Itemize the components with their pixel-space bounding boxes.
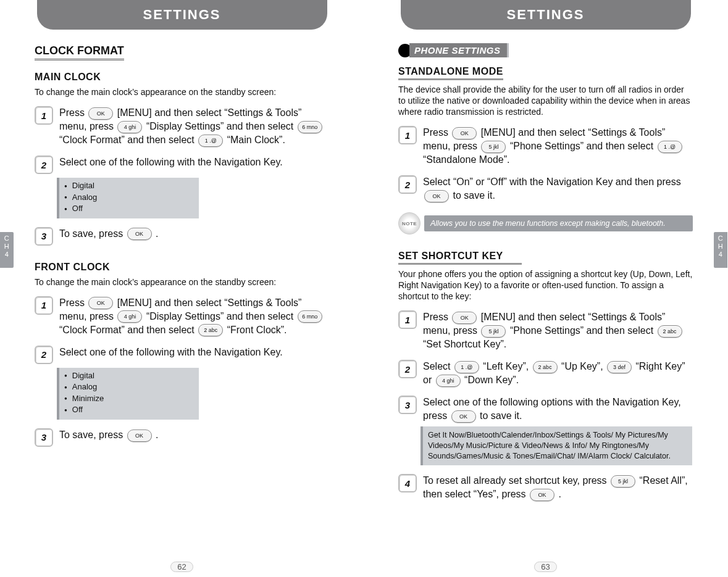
step-number-icon: 3	[35, 227, 53, 246]
clock-format-title: CLOCK FORMAT	[35, 44, 329, 60]
standalone-step-1: 1 Press OK [MENU] and then select “Setti…	[398, 126, 693, 167]
key-2-icon: 2 abc	[198, 324, 223, 336]
standalone-step-2: 2 Select “On” or “Off” with the Navigati…	[398, 175, 693, 202]
step-text: Select “On” or “Off” with the Navigation…	[423, 175, 693, 202]
shortcut-step-4: 4 To reset all already set shortcut key,…	[398, 474, 693, 501]
step-text: Press OK [MENU] and then select “Setting…	[59, 296, 329, 337]
front-clock-title: FRONT CLOCK	[35, 262, 329, 273]
main-step-1: 1 Press OK [MENU] and then select “Setti…	[35, 106, 329, 147]
key-4-icon: 4 ghi	[117, 310, 142, 323]
front-clock-desc: To change the main clock’s appearance on…	[35, 276, 329, 288]
ok-key-icon: OK	[127, 430, 152, 442]
option-item: Digital	[64, 370, 194, 382]
main-step-2: 2 Select one of the following with the N…	[35, 156, 329, 174]
phone-settings-heading: PHONE SETTINGS	[398, 43, 693, 57]
header-tab-right: SETTINGS	[401, 0, 691, 30]
key-6-icon: 6 mno	[298, 121, 322, 133]
front-options: Digital Analog Minimize Off	[57, 368, 199, 420]
option-item: Off	[64, 203, 194, 215]
key-1-icon: 1 .@	[658, 141, 682, 153]
step-text: To save, press OK .	[59, 227, 329, 241]
step-text: Press OK [MENU] and then select “Setting…	[59, 106, 329, 147]
step-text: To save, press OK .	[59, 428, 329, 442]
front-step-3: 3 To save, press OK .	[35, 428, 329, 447]
shortcut-title: SET SHORTCUT KEY	[398, 251, 693, 262]
rule-icon	[398, 78, 503, 80]
chapter-tab: CH4	[0, 232, 14, 268]
step-number-icon: 3	[398, 396, 417, 414]
shortcut-options: Get It Now/Bluetooth/Calender/Inbox/Sett…	[420, 426, 692, 465]
key-2-icon: 2 abc	[658, 325, 682, 338]
step-number-icon: 2	[35, 346, 53, 364]
step-number-icon: 2	[35, 156, 53, 174]
note-bar: NOTE Allows you to use the menu function…	[398, 212, 693, 235]
key-1-icon: 1 .@	[198, 135, 223, 147]
step-number-icon: 4	[398, 474, 417, 492]
ok-key-icon: OK	[452, 127, 477, 139]
shortcut-step-1: 1 Press OK [MENU] and then select “Setti…	[398, 310, 693, 351]
key-3-icon: 3 def	[607, 361, 632, 373]
key-5-icon: 5 jkl	[481, 325, 506, 338]
ok-key-icon: OK	[530, 489, 554, 501]
page-number: 63	[364, 562, 727, 572]
main-clock-title: MAIN CLOCK	[35, 72, 329, 83]
note-text: Allows you to use the menu functions exc…	[424, 215, 693, 231]
step-number-icon: 1	[35, 106, 53, 125]
step-number-icon: 3	[35, 428, 53, 447]
main-options: Digital Analog Off	[57, 178, 199, 218]
step-number-icon: 1	[398, 310, 417, 329]
main-clock-desc: To change the main clock’s appearance on…	[35, 86, 329, 98]
step-number-icon: 1	[398, 126, 417, 144]
step-text: Select one of the following with the Nav…	[59, 346, 329, 359]
option-item: Minimize	[64, 393, 194, 405]
option-item: Off	[64, 404, 194, 416]
ok-key-icon: OK	[424, 190, 449, 202]
step-text: Press OK [MENU] and then select “Setting…	[423, 310, 693, 351]
page-left: CH4 SETTINGS CLOCK FORMAT MAIN CLOCK To …	[0, 0, 364, 577]
ok-key-icon: OK	[88, 107, 113, 120]
key-5-icon: 5 jkl	[611, 475, 635, 488]
step-number-icon: 1	[35, 296, 53, 315]
step-number-icon: 2	[398, 175, 417, 194]
header-tab-left: SETTINGS	[37, 0, 327, 30]
key-5-icon: 5 jkl	[481, 141, 506, 153]
shortcut-step-3: 3 Select one of the following options wi…	[398, 396, 693, 423]
key-4-icon: 4 ghi	[436, 375, 461, 387]
shortcut-step-2: 2 Select 1 .@ “Left Key”, 2 abc “Up Key”…	[398, 360, 693, 387]
phone-settings-label: PHONE SETTINGS	[409, 43, 509, 57]
front-step-2: 2 Select one of the following with the N…	[35, 346, 329, 364]
key-1-icon: 1 .@	[454, 361, 479, 373]
step-number-icon: 2	[398, 360, 417, 378]
ok-key-icon: OK	[88, 297, 113, 309]
main-step-3: 3 To save, press OK .	[35, 227, 329, 246]
option-item: Analog	[64, 192, 194, 204]
step-text: Select one of the following with the Nav…	[59, 156, 329, 169]
option-item: Digital	[64, 180, 194, 192]
key-2-icon: 2 abc	[533, 361, 558, 373]
note-icon: NOTE	[398, 212, 420, 235]
step-text: To reset all already set shortcut key, p…	[423, 474, 693, 501]
ok-key-icon: OK	[127, 228, 152, 240]
key-4-icon: 4 ghi	[117, 121, 142, 133]
step-text: Select one of the following options with…	[423, 396, 693, 423]
ok-key-icon: OK	[451, 410, 476, 423]
front-step-1: 1 Press OK [MENU] and then select “Setti…	[35, 296, 329, 337]
standalone-desc: The device shall provide the ability for…	[398, 84, 693, 117]
shortcut-desc: Your phone offers you the option of assi…	[398, 268, 693, 302]
step-text: Press OK [MENU] and then select “Setting…	[423, 126, 693, 167]
page-number: 62	[0, 562, 364, 572]
page-right: CH4 SETTINGS PHONE SETTINGS STANDALONE M…	[364, 0, 727, 577]
chapter-tab: CH4	[714, 232, 727, 268]
rule-icon	[398, 263, 522, 265]
key-6-icon: 6 mno	[298, 310, 322, 323]
step-text: Select 1 .@ “Left Key”, 2 abc “Up Key”, …	[423, 360, 693, 387]
standalone-title: STANDALONE MODE	[398, 66, 693, 77]
ok-key-icon: OK	[452, 312, 477, 324]
option-item: Analog	[64, 381, 194, 393]
